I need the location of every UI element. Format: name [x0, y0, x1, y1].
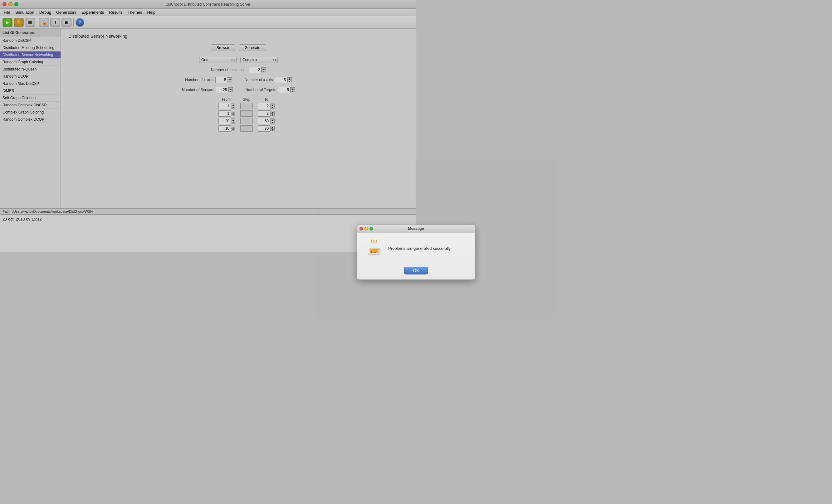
modal-overlay: Message Java	[0, 0, 416, 252]
modal-maximize-button[interactable]	[369, 227, 373, 230]
java-icon: Java	[365, 239, 383, 252]
modal-title: Message	[408, 226, 416, 231]
svg-text:Java: Java	[370, 251, 376, 252]
modal-titlebar: Message	[357, 225, 416, 233]
modal-message: Problems are generated succefully	[388, 246, 416, 251]
modal-window-controls[interactable]	[360, 227, 373, 230]
message-dialog: Message Java	[357, 225, 416, 252]
java-logo-icon: Java	[365, 239, 383, 252]
modal-close-button[interactable]	[360, 227, 363, 230]
modal-minimize-button[interactable]	[365, 227, 368, 230]
modal-body: Java Problems are generated succefully	[357, 233, 416, 252]
